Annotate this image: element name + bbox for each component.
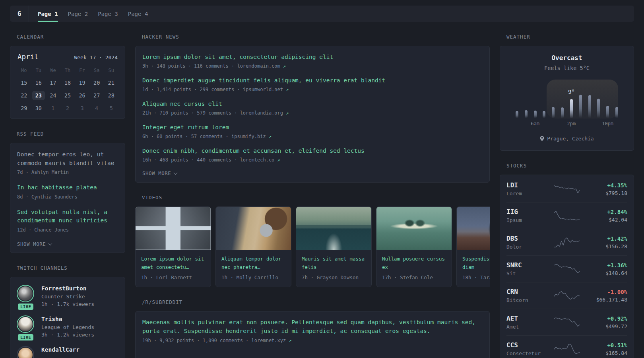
story-title[interactable]: Lorem ipsum dolor sit amet, consectetur … [142,53,483,61]
stock-sparkline [554,183,580,195]
external-link-icon[interactable]: ↗ [269,134,272,139]
weather-hour-bar [552,82,555,118]
page-tab[interactable]: Page 1 [38,6,58,22]
page-tab[interactable]: Page 2 [68,6,88,22]
page-tab[interactable]: Page 3 [98,6,118,22]
weather-hour-bar: 9° 2pm [570,82,573,118]
stock-id: IIG Ipsum [506,208,550,223]
twitch-section-label: TWITCH CHANNELS [17,265,125,271]
stock-change: +4.35% [584,182,627,189]
stock-sparkline [554,343,580,355]
stock-change: -1.00% [584,289,627,295]
video-card[interactable]: Lorem ipsum dolor sit amet consectetu… 1… [135,206,211,287]
stock-price: $148.64 [584,270,627,276]
weather-widget: Overcast Feels like 5°C [500,46,634,151]
stock-symbol: CRN [506,288,550,296]
external-link-icon[interactable]: ↗ [283,63,286,69]
bar-fill [606,106,609,118]
avatar [18,317,33,331]
story-title[interactable]: Donec imperdiet augue tincidunt felis al… [142,76,483,85]
channel-name: ForrestBurton [41,285,94,292]
story-title[interactable]: Aliquam nec cursus elit [142,100,483,108]
rss-item-title[interactable]: In hac habitasse platea [17,183,118,192]
stock-name: Lorem [506,191,550,197]
rss-item-meta: 12d · Chance Jones [17,227,118,233]
twitch-channel-row[interactable]: LIVE ForrestBurton Counter-Strike 1h · 1… [17,285,118,307]
bar-fill [579,95,582,118]
stock-row[interactable]: DBS Dolor +1.42% $156.28 [506,229,627,255]
calendar-day: 21 [104,76,118,89]
dashboard-grid: CALENDAR April Week 17 · 2024 MoTuWeThFr… [0,22,644,358]
stock-row[interactable]: CCS Consectetur +0.51% $165.84 [506,335,627,358]
twitch-channel-row[interactable]: LIVE Trisha League of Legends 3h · 1.2k … [17,315,118,338]
hackernews-item: Integer eget rutrum lorem 6h · 60 points… [142,123,483,139]
stock-values: +4.35% $795.18 [584,182,627,196]
video-thumbnail [296,207,371,250]
rss-show-more-button[interactable]: SHOW MORE [17,241,118,247]
app-logo[interactable]: G [10,6,29,22]
hackernews-list: Lorem ipsum dolor sit amet, consectetur … [142,53,483,163]
time-axis-label: 6am [531,121,539,126]
stock-row[interactable]: AET Amet +0.92% $499.72 [506,309,627,335]
video-card[interactable]: Nullam posuere cursus ex 17h · Stefan Co… [376,206,452,287]
external-link-icon[interactable]: ↗ [289,338,291,343]
external-link-icon[interactable]: ↗ [286,110,289,116]
avatar-ring [17,315,34,333]
weather-hour-bar: 10pm [606,82,609,118]
videos-row: Lorem ipsum dolor sit amet consectetu… 1… [135,206,490,287]
external-link-icon[interactable]: ↗ [277,157,280,163]
live-badge: LIVE [18,304,33,310]
calendar-day: 18 [60,76,75,89]
stock-name: Dolor [506,244,550,250]
weather-hour-bar: 6am [534,82,537,118]
twitch-channel-row[interactable]: LIVE KendallCarr [17,346,118,358]
video-byline: 17h · Stefan Cole [382,274,446,280]
calendar-day: 1 [46,102,60,115]
stock-price: $42.04 [584,217,627,223]
video-card[interactable]: Mauris sit amet massa felis 7h · Grayson… [296,206,372,287]
rss-item-title[interactable]: Sed volutpat nulla nisl, a condimentum n… [17,208,118,225]
weather-hourly-chart: 6am [516,82,618,118]
stock-sparkline [554,236,580,248]
weather-hour-bar [615,82,618,118]
calendar-day: 2 [60,102,75,115]
page-tab[interactable]: Page 4 [128,6,148,22]
location-text: Prague, Czechia [547,136,594,142]
weekday-label: Su [104,68,118,76]
bar-fill [534,111,537,118]
hackernews-show-more-button[interactable]: SHOW MORE [142,170,483,176]
stock-sparkline [554,263,580,275]
video-card[interactable]: Aliquam tempor dolor nec pharetra… 1h · … [215,206,291,287]
stock-sparkline [554,210,580,222]
story-meta: 3h · 148 points · 116 comments · loremdo… [142,63,483,69]
stock-name: Consectetur [506,350,550,356]
stock-row[interactable]: LDI Lorem +4.35% $795.18 [506,176,627,202]
post-meta: 19h · 9,932 points · 1,090 comments · lo… [142,338,483,343]
stock-change: +0.92% [584,315,627,322]
calendar-day: 27 [89,89,104,102]
stock-price: $499.72 [584,323,627,329]
weather-hour-bar [561,82,564,118]
calendar-day: 23 [31,89,46,102]
stock-price: $165.84 [584,350,627,356]
stock-row[interactable]: IIG Ipsum +2.84% $42.04 [506,202,627,229]
stock-symbol: SNRC [506,261,550,269]
post-title[interactable]: Maecenas mollis pulvinar erat non posuer… [142,318,483,335]
story-title[interactable]: Donec enim nibh, condimentum et accumsan… [142,147,483,155]
story-title[interactable]: Integer eget rutrum lorem [142,123,483,132]
story-meta: 16h · 468 points · 440 comments · loremt… [142,157,483,163]
stock-row[interactable]: CRN Bitcorn -1.00% $66,171.48 [506,282,627,309]
rss-item-title[interactable]: Donec tempor eros leo, ut commodo mauris… [17,150,118,167]
weather-condition: Overcast [509,54,625,62]
stock-symbol: LDI [506,181,550,189]
avatar-ring [17,346,34,358]
weekday-label: Fr [75,68,89,76]
hackernews-item: Donec enim nibh, condimentum et accumsan… [142,147,483,163]
twitch-avatar-wrap: LIVE [17,285,35,307]
stock-row[interactable]: SNRC Sit +1.36% $148.64 [506,255,627,282]
video-card[interactable]: Suspendisse diam 18h · Tara [456,206,490,287]
video-thumbnail [376,207,452,250]
twitch-widget: LIVE ForrestBurton Counter-Strike 1h · 1… [10,277,125,358]
external-link-icon[interactable]: ↗ [286,87,289,92]
channel-viewers: 1h · 1.7k viewers [41,301,94,307]
